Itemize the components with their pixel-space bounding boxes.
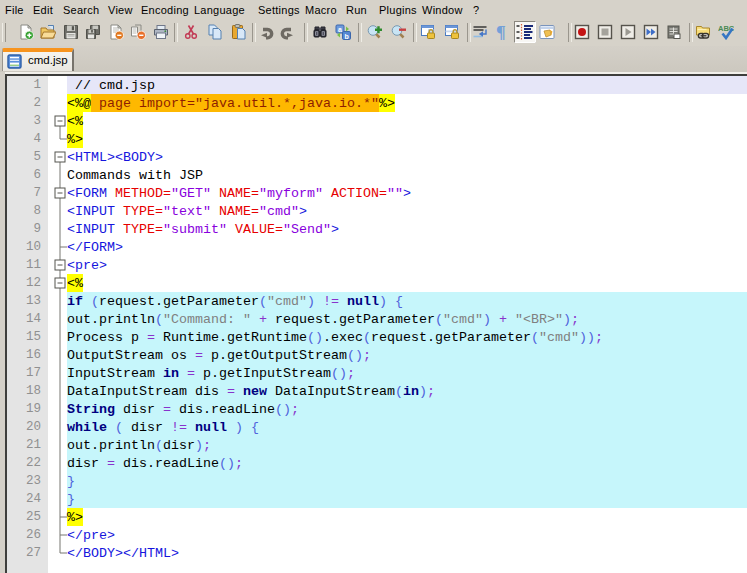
svg-text:a: a xyxy=(338,26,342,33)
svg-text:¶: ¶ xyxy=(496,24,506,40)
svg-text:b: b xyxy=(345,33,349,40)
